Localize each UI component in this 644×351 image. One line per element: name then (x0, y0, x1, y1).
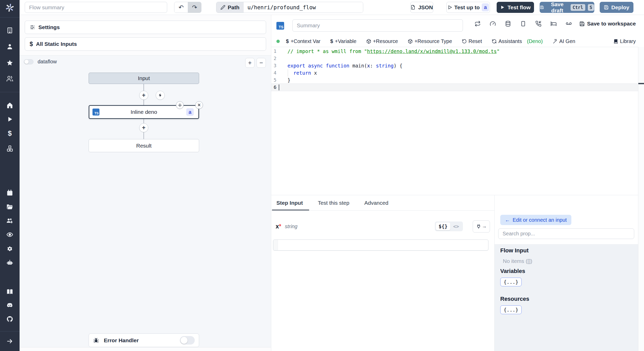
home-icon[interactable] (6, 102, 13, 109)
add-context-var-button[interactable]: $+Context Var (286, 38, 320, 44)
json-button-label: JSON (418, 4, 433, 11)
package-icon (408, 39, 413, 44)
resources-boxes-icon[interactable] (6, 145, 13, 152)
ai-gen-button[interactable]: AI Gen (553, 38, 575, 44)
flow-node-result[interactable]: Result (89, 139, 199, 152)
typescript-badge: TS (276, 22, 284, 30)
code-mode-button[interactable]: <> (450, 222, 462, 230)
code-line-text[interactable]: export async function main(x: string) { (280, 62, 402, 69)
groups-users-cog-icon[interactable] (6, 217, 13, 224)
favorites-star-icon[interactable] (6, 59, 13, 66)
resources-object-chip[interactable]: {...} (500, 305, 522, 314)
sleep-bed-icon[interactable] (550, 21, 557, 27)
error-handler-toggle[interactable] (180, 336, 195, 345)
schedules-calendar-icon[interactable] (6, 190, 13, 196)
folders-icon[interactable] (6, 203, 13, 210)
deploy-button[interactable]: Deploy (600, 2, 633, 13)
code-line-text[interactable]: return x (280, 69, 317, 76)
zoom-in-button[interactable]: + (245, 58, 255, 68)
library-button[interactable]: Library (613, 38, 636, 44)
zoom-out-button[interactable]: − (257, 58, 266, 68)
code-line-1[interactable]: 1// import * as wmill from "https://deno… (271, 48, 638, 55)
add-resource-button[interactable]: +Resource (366, 38, 398, 44)
expr-mode-button[interactable]: ${} (436, 222, 450, 230)
delete-step-button[interactable]: × (195, 101, 203, 109)
plus-icon: + (142, 92, 145, 98)
code-editor[interactable]: 1// import * as wmill from "https://deno… (271, 47, 638, 195)
flow-settings-button[interactable]: Settings (25, 21, 266, 34)
code-line-6[interactable]: 6 (271, 83, 638, 91)
save-draft-button[interactable]: Save draft Ctrl S (540, 2, 594, 13)
audit-eye-icon[interactable] (6, 231, 13, 238)
add-variable-button[interactable]: $+Variable (330, 38, 357, 44)
save-to-workspace-button[interactable]: Save to workspace (579, 21, 636, 27)
connect-input-button[interactable]: → (473, 220, 490, 233)
all-static-inputs-button[interactable]: $ All Static Inputs (25, 37, 266, 51)
code-line-text[interactable]: // import * as wmill from "https://deno.… (280, 48, 500, 55)
docs-book-icon[interactable] (6, 288, 13, 295)
user-icon[interactable] (6, 43, 13, 50)
test-up-to-button[interactable]: Test up to a (446, 2, 490, 13)
code-line-text[interactable] (280, 84, 287, 91)
path-value[interactable]: u/henri/profound_flow (244, 2, 363, 13)
search-prop-input[interactable] (498, 228, 634, 239)
dataflow-toggle[interactable] (24, 59, 33, 64)
insert-step-button[interactable]: + (139, 123, 148, 132)
trigger-bolt-button[interactable] (156, 91, 165, 100)
windmill-flow-editor: $ (0, 0, 644, 351)
discord-icon[interactable] (6, 302, 13, 309)
play-icon (447, 5, 452, 10)
add-context-var-label: +Context Var (291, 38, 320, 44)
editor-overview-ruler[interactable] (638, 47, 644, 351)
flow-node-input[interactable]: Input (89, 73, 199, 84)
path-label[interactable]: Path (216, 2, 244, 13)
variables-object-chip[interactable]: {...} (500, 278, 522, 286)
runs-play-icon[interactable] (6, 116, 13, 123)
step-summary-input[interactable] (292, 19, 463, 32)
cache-database-icon[interactable] (505, 21, 511, 27)
code-line-text[interactable]: } (280, 76, 290, 84)
openai-robot-icon[interactable] (6, 259, 13, 266)
tab-test-this-step[interactable]: Test this step (318, 195, 350, 210)
tab-step-input[interactable]: Step Input (276, 195, 303, 210)
bug-icon (93, 337, 99, 344)
test-flow-button[interactable]: Test flow (497, 2, 534, 13)
expand-arrow-icon[interactable] (6, 338, 13, 345)
undo-button[interactable]: ↶ (174, 2, 188, 13)
code-line-4[interactable]: 4 return x (271, 69, 638, 76)
reset-button[interactable]: Reset (462, 38, 482, 44)
insert-step-button[interactable]: + (139, 91, 148, 100)
redo-button[interactable]: ↷ (188, 2, 201, 13)
line-number: 2 (271, 55, 280, 62)
arg-x-value-input[interactable] (273, 239, 488, 251)
windmill-logo-icon[interactable] (4, 2, 15, 13)
move-step-button[interactable] (176, 101, 184, 109)
code-line-5[interactable]: 5} (271, 76, 638, 84)
concurrency-square-icon[interactable] (520, 21, 526, 27)
json-button[interactable]: JSON (410, 2, 433, 13)
settings-gear-icon[interactable] (6, 245, 13, 252)
flow-graph-canvas[interactable]: dataflow + − Input + TS Inline deno a (20, 55, 271, 347)
mock-voicemail-icon[interactable] (566, 21, 572, 27)
code-line-text[interactable] (280, 55, 287, 62)
suspend-phone-icon[interactable] (535, 21, 541, 27)
variables-dollar-icon[interactable]: $ (6, 130, 13, 137)
flow-summary-input[interactable] (25, 2, 167, 13)
code-line-3[interactable]: 3export async function main(x: string) { (271, 62, 638, 69)
code-line-2[interactable]: 2 (271, 55, 638, 62)
topbar: ↶ ↷ Path u/henri/profound_flow JSON Test… (20, 0, 644, 15)
line-number: 3 (271, 62, 280, 69)
add-resource-type-button[interactable]: +Resource Type (408, 38, 452, 44)
test-flow-label: Test flow (507, 4, 530, 11)
tab-advanced[interactable]: Advanced (364, 195, 388, 210)
assistants-lang-label: (Deno) (527, 38, 543, 44)
users-icon[interactable] (6, 75, 13, 82)
early-stop-gauge-icon[interactable] (490, 21, 496, 27)
error-handler-box[interactable]: Error Handler (89, 333, 199, 347)
retries-repeat-icon[interactable] (474, 21, 481, 27)
assistants-button[interactable]: Assistants (Deno) (492, 38, 543, 44)
workspace-building-icon[interactable] (6, 27, 13, 34)
edit-or-connect-button[interactable]: ← Edit or connect an input (500, 215, 571, 225)
github-icon[interactable] (6, 316, 13, 323)
line-number: 5 (271, 76, 280, 84)
